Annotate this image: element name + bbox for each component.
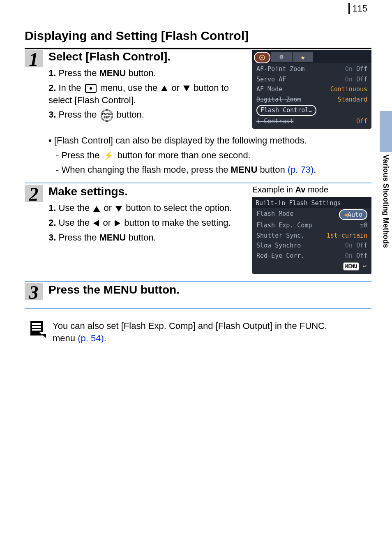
step-2: 2 Make settings. 1. Use the or bbox=[25, 185, 371, 274]
down-arrow-icon bbox=[115, 206, 122, 212]
step2-item3: 3. Press the MENU button. bbox=[48, 231, 246, 244]
content: Displaying and Setting [Flash Control] 1… bbox=[0, 0, 392, 344]
page-number-mark: 115 bbox=[348, 3, 367, 14]
menu-row: i-ContrastOff bbox=[256, 116, 368, 127]
menu-row: AF-Point ZoomOn Off bbox=[256, 64, 368, 74]
tab-rec-icon bbox=[254, 52, 270, 63]
step1-item3: 3. Press the FUNC SET button. bbox=[48, 109, 246, 121]
tab-mymenu-icon: ★ bbox=[293, 52, 313, 62]
section-rule bbox=[25, 48, 371, 49]
flash-icon: ⚡ bbox=[104, 150, 114, 161]
page-number: 115 bbox=[352, 3, 367, 14]
svg-rect-3 bbox=[32, 329, 41, 331]
page-link-54[interactable]: (p. 54) bbox=[78, 333, 104, 343]
step-number-box: 3 bbox=[25, 283, 43, 300]
step-number: 2 bbox=[25, 186, 43, 203]
side-tab: Various Shooting Methods bbox=[380, 111, 392, 267]
step-2-title: Make settings. bbox=[48, 185, 246, 198]
step2-item2: 2. Use the or button to make the setting… bbox=[48, 217, 246, 229]
step-1: 1 Select [Flash Control]. 1. Press the M… bbox=[25, 50, 371, 176]
menu-row: Flash Exp. Comp±0 bbox=[256, 220, 368, 231]
up-arrow-icon bbox=[161, 86, 168, 91]
rec-menu-icon bbox=[85, 84, 97, 93]
menu-row: Digital ZoomStandard bbox=[256, 95, 368, 105]
menu-row: Slow SynchroOn Off bbox=[256, 241, 368, 251]
note: You can also set [Flash Exp. Comp] and [… bbox=[25, 320, 371, 344]
menu-row: Shutter Sync.1st-curtain bbox=[256, 231, 368, 241]
step1-dash2: - When changing the flash mode, press th… bbox=[48, 164, 371, 176]
menu-row-highlighted: Flash Mode◀Auto bbox=[256, 209, 368, 221]
step-number: 1 bbox=[25, 51, 43, 68]
step1-item2: 2. In the menu, use the or button to sel… bbox=[48, 82, 246, 106]
step1-dash1: - Press the ⚡ button for more than one s… bbox=[48, 149, 371, 162]
note-icon bbox=[29, 320, 47, 338]
tab-tools-icon: ⚙ bbox=[271, 52, 292, 62]
step1-bullet: • [Flash Control] can also be displayed … bbox=[48, 134, 371, 147]
menu-row: Servo AFOn Off bbox=[256, 74, 368, 85]
step-divider bbox=[25, 281, 371, 282]
menu-return: MENU ↩ bbox=[256, 261, 368, 272]
page-link-73[interactable]: (p. 73) bbox=[288, 164, 314, 175]
menu-row-highlighted: Flash Control… bbox=[256, 104, 368, 116]
menu-row: AF ModeContinuous bbox=[256, 84, 368, 95]
step-number-box: 1 bbox=[25, 50, 43, 67]
svg-rect-1 bbox=[32, 323, 41, 325]
step-3: 3 Press the MENU button. bbox=[25, 283, 371, 300]
step1-item1: 1. Press the MENU button. bbox=[48, 67, 246, 79]
note-text: You can also set [Flash Exp. Comp] and [… bbox=[53, 320, 348, 344]
menu-row: Red-Eye Corr.On Off bbox=[256, 251, 368, 261]
section-heading: Displaying and Setting [Flash Control] bbox=[25, 29, 371, 43]
step-number: 3 bbox=[25, 284, 43, 301]
side-tab-label: Various Shooting Methods bbox=[380, 152, 392, 250]
svg-marker-5 bbox=[41, 334, 46, 338]
step2-item1: 1. Use the or button to select the optio… bbox=[48, 202, 246, 214]
example-label: Example in Av mode bbox=[252, 185, 371, 194]
screen2-title: Built-in Flash Settings bbox=[252, 197, 371, 208]
step-divider bbox=[25, 308, 371, 309]
step-3-title: Press the MENU button. bbox=[48, 283, 371, 296]
svg-rect-2 bbox=[32, 326, 41, 328]
step-1-title: Select [Flash Control]. bbox=[48, 50, 246, 63]
left-arrow-icon bbox=[93, 220, 99, 227]
func-set-icon: FUNC SET bbox=[101, 109, 113, 122]
right-arrow-icon bbox=[115, 220, 120, 227]
down-arrow-icon bbox=[183, 86, 190, 91]
side-tab-color bbox=[380, 111, 392, 152]
step-number-box: 2 bbox=[25, 185, 43, 202]
step-divider bbox=[25, 183, 371, 183]
up-arrow-icon bbox=[93, 206, 100, 212]
camera-screen-1: ⚙ ★ AF-Point ZoomOn Off Servo AFOn Off A… bbox=[252, 50, 371, 129]
camera-tabs: ⚙ ★ bbox=[252, 50, 371, 63]
camera-screen-2: Built-in Flash Settings Flash Mode◀Auto … bbox=[252, 197, 371, 274]
